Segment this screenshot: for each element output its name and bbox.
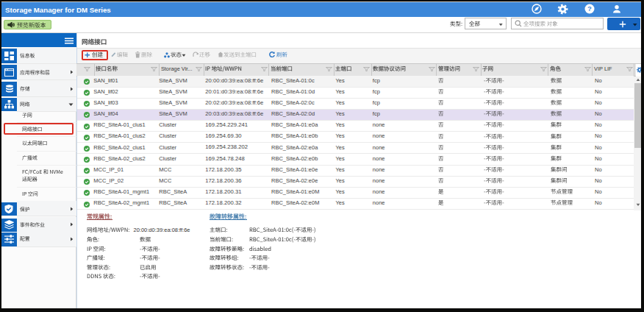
svg-text:?: ? — [587, 4, 592, 13]
